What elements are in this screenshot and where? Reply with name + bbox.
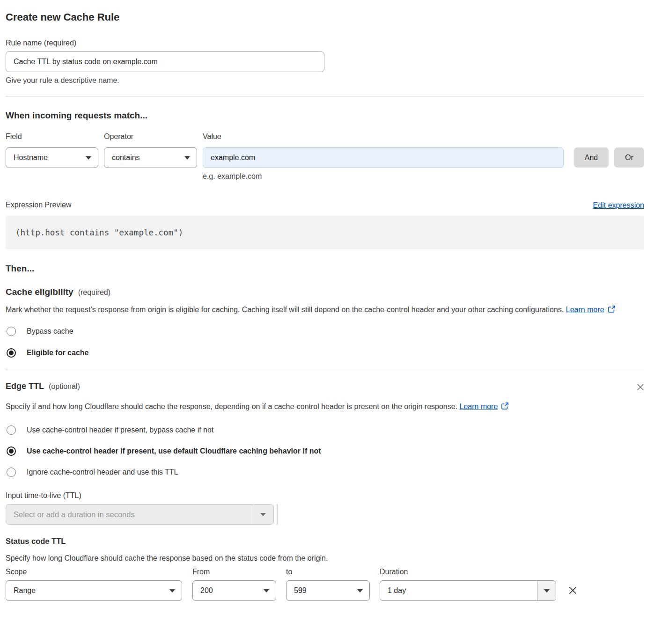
learn-more-link[interactable]: Learn more (460, 402, 509, 410)
value-label: Value (203, 132, 564, 141)
external-link-icon (608, 305, 616, 313)
edge-ttl-close-button[interactable] (635, 381, 646, 394)
status-code-ttl-description: Specify how long Cloudflare should cache… (6, 554, 644, 563)
chevron-down-icon (184, 156, 190, 160)
edge-ttl-qualifier: (optional) (49, 382, 80, 391)
operator-select[interactable]: contains (104, 147, 197, 168)
expression-code: (http.host contains "example.com") (15, 228, 183, 237)
match-builder-row: Field Hostname Operator contains Value e… (6, 132, 644, 181)
edge-ttl-heading: Edge TTL (6, 381, 44, 391)
chevron-down-icon (264, 589, 269, 593)
radio-unselected-icon[interactable] (7, 425, 16, 435)
edit-expression-link[interactable]: Edit expression (593, 201, 644, 210)
operator-select-value: contains (112, 154, 140, 162)
from-select-value: 200 (200, 586, 213, 595)
from-label: From (192, 567, 276, 577)
expression-code-block: (http.host contains "example.com") (6, 216, 644, 249)
operator-label: Operator (104, 132, 197, 141)
rule-name-help: Give your rule a descriptive name. (6, 76, 644, 85)
cache-eligibility-heading: Cache eligibility (6, 287, 73, 297)
cache-eligibility-qualifier: (required) (78, 288, 110, 297)
ttl-select-placeholder: Select or add a duration in seconds (6, 505, 252, 524)
to-label: to (286, 567, 370, 577)
duration-value: 1 day (380, 581, 537, 600)
close-icon (636, 382, 645, 392)
then-heading: Then... (6, 263, 644, 274)
status-code-ttl-row: Scope Range From 200 to 599 Duration 1 d… (6, 567, 644, 601)
radio-eligible-for-cache[interactable]: Eligible for cache (6, 348, 644, 358)
status-code-ttl-heading: Status code TTL (6, 537, 644, 546)
match-section-heading: When incoming requests match... (6, 110, 644, 121)
chevron-down-icon (169, 589, 175, 593)
focus-bar (277, 504, 278, 525)
radio-use-header-bypass[interactable]: Use cache-control header if present, byp… (6, 425, 644, 435)
from-select[interactable]: 200 (192, 580, 276, 601)
radio-bypass-cache[interactable]: Bypass cache (6, 327, 644, 336)
cache-eligibility-description: Mark whether the request’s response from… (6, 303, 644, 316)
rule-name-input[interactable] (6, 51, 324, 72)
ttl-select-arrow-button[interactable] (252, 505, 273, 524)
chevron-down-icon (260, 513, 266, 516)
value-help: e.g. example.com (203, 172, 564, 181)
duration-label: Duration (380, 567, 556, 577)
edge-ttl-options: Use cache-control header if present, byp… (6, 425, 644, 477)
to-select[interactable]: 599 (286, 580, 370, 601)
radio-unselected-icon[interactable] (7, 468, 16, 477)
chevron-down-icon (357, 589, 363, 593)
field-select-value: Hostname (14, 154, 48, 162)
chevron-down-icon (544, 589, 550, 593)
remove-status-ttl-button[interactable] (566, 584, 579, 598)
radio-selected-icon[interactable] (7, 446, 16, 456)
and-button[interactable]: And (574, 147, 609, 168)
rule-name-label: Rule name (required) (6, 38, 644, 48)
expression-preview-label: Expression Preview (6, 200, 72, 210)
ttl-input-label: Input time-to-live (TTL) (6, 491, 644, 500)
cache-eligibility-options: Bypass cache Eligible for cache (6, 327, 644, 358)
radio-selected-icon[interactable] (7, 348, 16, 358)
radio-unselected-icon[interactable] (7, 327, 16, 336)
duration-combobox[interactable]: 1 day (380, 580, 556, 601)
section-divider (6, 369, 644, 369)
radio-ignore-header[interactable]: Ignore cache-control header and use this… (6, 468, 644, 477)
to-select-value: 599 (294, 586, 307, 595)
field-label: Field (6, 132, 98, 141)
ttl-duration-select[interactable]: Select or add a duration in seconds (6, 504, 274, 525)
learn-more-link[interactable]: Learn more (566, 306, 616, 314)
scope-select-value: Range (14, 586, 36, 595)
chevron-down-icon (86, 156, 91, 160)
page-title: Create new Cache Rule (6, 11, 644, 23)
value-input[interactable] (203, 147, 564, 168)
close-icon (567, 585, 578, 596)
field-select[interactable]: Hostname (6, 147, 98, 168)
external-link-icon (501, 402, 509, 410)
section-divider (6, 96, 644, 96)
duration-dropdown-button[interactable] (537, 581, 556, 600)
scope-select[interactable]: Range (6, 580, 182, 601)
scope-label: Scope (6, 567, 182, 577)
radio-use-header-default[interactable]: Use cache-control header if present, use… (6, 446, 644, 456)
edge-ttl-description: Specify if and how long Cloudflare shoul… (6, 400, 521, 413)
or-button[interactable]: Or (614, 147, 644, 168)
